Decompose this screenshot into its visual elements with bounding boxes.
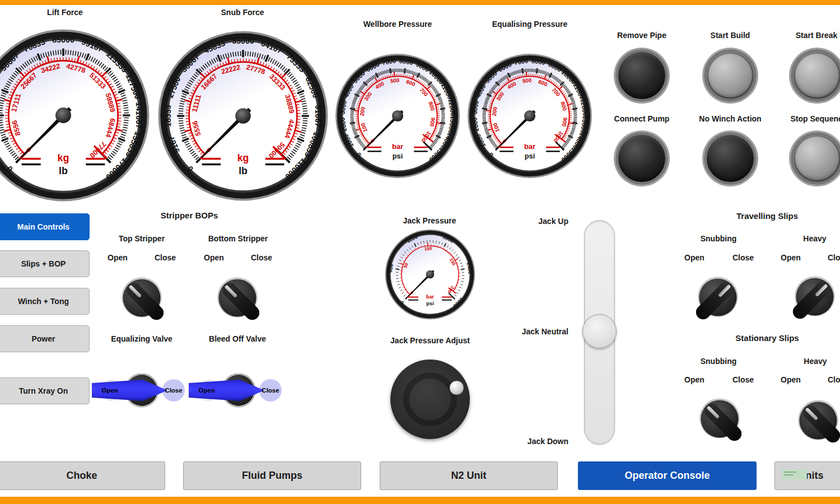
stationary-snubbing-close-label: Close	[732, 375, 754, 384]
top-stripper-knob[interactable]	[113, 269, 171, 327]
remove-pipe-label: Remove Pipe	[617, 31, 666, 40]
stationary-heavy-open-label: Open	[781, 375, 801, 384]
bleed-off-valve-label: Bleed Off Valve	[209, 334, 266, 343]
svg-text:Open: Open	[198, 387, 214, 394]
svg-text:91667: 91667	[314, 105, 323, 127]
bottom-stripper-label: Bottom Stripper	[208, 234, 268, 243]
stop-sequence-button[interactable]	[791, 132, 840, 185]
sidebar-item-turn-xray-on[interactable]: Turn Xray On	[0, 377, 90, 404]
svg-text:85000: 85000	[52, 35, 74, 44]
no-winch-action-button[interactable]	[704, 132, 757, 185]
bottom-stripper-knob[interactable]	[208, 269, 267, 327]
svg-text:psi: psi	[393, 152, 403, 160]
bottom-stripper-open-label: Open	[204, 253, 224, 262]
bottom-orange-bar	[0, 497, 840, 504]
start-break-label: Start Break	[796, 31, 838, 40]
stationary-heavy-label: Heavy	[804, 357, 827, 366]
travelling-snubbing-open-label: Open	[684, 253, 704, 262]
start-build-button[interactable]	[704, 49, 757, 102]
tab-units[interactable]: Units	[774, 461, 840, 490]
jack-down-label: Jack Down	[496, 437, 568, 446]
stationary-snubbing-label: Snubbing	[701, 357, 737, 366]
svg-text:psi: psi	[525, 152, 535, 160]
equalising-pressure-gauge: 0100020003000400050006000700080009000100…	[467, 53, 592, 179]
snub-force-title: Snub Force	[221, 8, 264, 17]
travelling-heavy-close-label: Close	[828, 253, 840, 262]
travelling-heavy-open-label: Open	[781, 253, 801, 262]
equalizing-valve-label: Equalizing Valve	[111, 334, 172, 343]
sidebar-item-winch-tong[interactable]: Winch + Tong	[0, 288, 90, 315]
jack-slider-handle[interactable]	[582, 314, 617, 348]
wellbore-pressure-gauge: 0100020003000400050006000700080009000100…	[335, 53, 460, 179]
svg-text:141667: 141667	[134, 102, 143, 129]
svg-text:bar: bar	[392, 142, 403, 151]
tab-operator-console[interactable]: Operator Console	[578, 461, 757, 490]
stripper-bops-title: Stripper BOPs	[161, 211, 218, 220]
svg-text:lb: lb	[59, 165, 68, 176]
svg-text:Open: Open	[101, 387, 118, 394]
sidebar-item-slips-bop[interactable]: Slips + BOP	[0, 250, 90, 277]
sidebar-item-main-controls[interactable]: Main Controls	[0, 213, 90, 240]
svg-text:lb: lb	[239, 165, 248, 176]
top-stripper-label: Top Stripper	[119, 234, 165, 243]
bleed-off-valve-lever[interactable]: Open Close	[186, 374, 284, 408]
stop-sequence-label: Stop Sequence	[790, 114, 840, 123]
jack-pressure-adjust-label: Jack Pressure Adjust	[390, 336, 470, 345]
equalising-pressure-title: Equalising Pressure	[492, 20, 568, 29]
top-stripper-close-label: Close	[155, 253, 176, 262]
travelling-heavy-knob[interactable]	[786, 268, 840, 326]
stationary-heavy-knob[interactable]	[789, 391, 840, 450]
operator-console-screen: { "colors":{"orange":"#FF9800","sidebar_…	[0, 0, 840, 504]
top-stripper-open-label: Open	[108, 253, 128, 262]
jack-pressure-title: Jack Pressure	[403, 216, 456, 225]
tab-choke[interactable]: Choke	[0, 461, 165, 490]
top-orange-bar	[0, 0, 840, 5]
tab-n2-unit[interactable]: N2 Unit	[380, 461, 558, 490]
svg-text:18333: 18333	[164, 105, 172, 127]
start-build-label: Start Build	[711, 31, 750, 40]
bottom-stripper-close-label: Close	[251, 253, 272, 262]
svg-text:bar: bar	[524, 142, 535, 151]
tab-fluid-pumps[interactable]: Fluid Pumps	[183, 461, 361, 490]
sidebar-item-power[interactable]: Power	[0, 325, 90, 352]
svg-text:bar: bar	[426, 294, 435, 300]
jack-up-label: Jack Up	[496, 217, 568, 226]
jack-pressure-gauge: 06001200180024003000050100150200barpsi	[385, 229, 475, 320]
jack-neutral-label: Jack Neutral	[496, 327, 568, 336]
lift-force-gauge: 0141672833342500566677083385000991671133…	[0, 29, 150, 202]
equalizing-valve-lever[interactable]: Open Close	[90, 374, 188, 408]
units-status-badge	[782, 469, 807, 479]
svg-text:kg: kg	[237, 152, 249, 164]
travelling-slips-title: Travelling Slips	[736, 211, 798, 221]
remove-pipe-button[interactable]	[615, 49, 668, 102]
svg-text:55000: 55000	[232, 36, 254, 45]
connect-pump-button[interactable]	[615, 132, 668, 185]
no-winch-action-label: No Winch Action	[699, 114, 761, 123]
wellbore-pressure-title: Wellbore Pressure	[363, 20, 432, 29]
svg-text:kg: kg	[58, 152, 69, 164]
svg-text:Close: Close	[262, 387, 279, 394]
svg-text:200: 200	[491, 106, 498, 116]
svg-text:100: 100	[424, 246, 432, 251]
travelling-heavy-label: Heavy	[803, 234, 826, 243]
stationary-heavy-close-label: Close	[828, 375, 840, 384]
svg-text:Close: Close	[165, 387, 182, 394]
stationary-snubbing-open-label: Open	[684, 375, 704, 384]
travelling-snubbing-label: Snubbing	[701, 234, 737, 243]
svg-text:psi: psi	[426, 301, 433, 306]
svg-text:200: 200	[359, 106, 366, 116]
start-break-button[interactable]	[791, 49, 840, 102]
svg-text:500: 500	[390, 77, 400, 84]
knob-indicator-dot	[449, 380, 464, 395]
stationary-snubbing-knob[interactable]	[690, 390, 749, 448]
connect-pump-label: Connect Pump	[614, 114, 670, 123]
travelling-snubbing-close-label: Close	[732, 253, 754, 262]
travelling-snubbing-knob[interactable]	[689, 268, 747, 326]
stationary-slips-title: Stationary Slips	[735, 333, 799, 343]
snub-force-gauge: 0916718333275003666745833550006416773333…	[157, 30, 329, 202]
svg-text:500: 500	[522, 77, 532, 84]
jack-pressure-adjust-knob[interactable]	[390, 360, 470, 439]
lift-force-title: Lift Force	[47, 8, 83, 17]
